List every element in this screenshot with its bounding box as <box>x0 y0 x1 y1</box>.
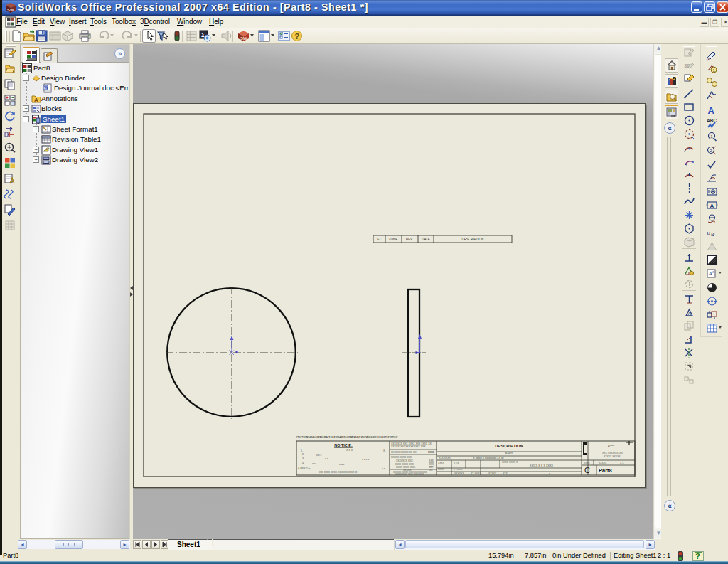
svg-text:2.: 2. <box>302 453 304 456</box>
svg-text:x x x x: x x x x <box>362 458 369 461</box>
svg-text:X xxxxx X xxxxxxxxx XX xx: X xxxxx X xxxxxxxxx XX xx <box>473 457 504 459</box>
svg-text:xxxx: xxxx <box>339 463 344 466</box>
svg-text:E1: E1 <box>377 238 381 241</box>
svg-text:A: A <box>710 203 714 209</box>
svg-text:x x: x x <box>325 457 328 460</box>
svg-text:SW: SW <box>7 8 14 12</box>
svg-text:XXXXXXXXXXXXXXXXXX XXX: XXXXXXXXXXXXXXXXXX XXX <box>391 445 426 448</box>
svg-text:Part8: Part8 <box>599 467 612 474</box>
svg-text:XXXXXXX XXX:: XXXXXXX XXX: <box>396 459 414 462</box>
svg-text:1: 1 <box>710 134 713 139</box>
svg-text:XXX: XXX <box>503 472 508 475</box>
svg-text:XXXXX: XXXXX <box>599 462 607 464</box>
svg-text:X XXX X X X XXXX: X XXX X X X XXXX <box>530 464 554 467</box>
svg-text:XX XXXX: XX XXXX <box>471 472 481 475</box>
svg-text:W: W <box>44 85 48 90</box>
svg-text:A: A <box>34 97 38 103</box>
svg-text:X X X: X X X <box>346 449 353 452</box>
svg-text:x x x x x: x x x x x <box>454 468 463 471</box>
svg-text:XX XXX XXX XXXXX XXX X: XX XXX XXX XXXXX XXX X <box>319 470 358 474</box>
svg-text:SW: SW <box>240 36 247 41</box>
svg-text:A PPR O x: A PPR O x <box>298 467 310 470</box>
svg-text:XXX XXXX: XXX XXXX <box>439 457 451 459</box>
svg-text:REV.: REV. <box>406 238 413 241</box>
svg-text:?: ? <box>695 552 700 560</box>
svg-text:x x x: x x x <box>454 462 459 464</box>
svg-text:DATE: DATE <box>422 238 430 241</box>
svg-text:1.: 1. <box>301 449 303 452</box>
svg-text:PROPRIETARY AND CONFIDENTIAL: PROPRIETARY AND CONFIDENTIAL THE INFORMA… <box>296 435 399 439</box>
svg-text:XXXX: XXXX <box>438 468 445 471</box>
svg-text:PART: PART <box>505 452 513 455</box>
svg-text:XXXXX: XXXXX <box>488 472 497 475</box>
svg-text:x x: x x <box>312 462 316 465</box>
svg-text:2: 2 <box>710 149 712 153</box>
svg-text:?: ? <box>295 32 300 41</box>
svg-text:A: A <box>708 105 715 116</box>
svg-text:3.: 3. <box>302 457 304 460</box>
svg-text:XXXXXXXX XXX XXX XXX: XXXXXXXX XXX XXX XXX <box>395 473 424 476</box>
svg-text:XXXX: XXXX <box>584 462 590 464</box>
svg-text:DESCRIPTION: DESCRIPTION <box>462 238 484 241</box>
svg-text:ZONE: ZONE <box>389 238 398 241</box>
svg-text:XXXXXX: XXXXXX <box>454 472 464 475</box>
svg-text:x x: x x <box>382 467 385 470</box>
svg-text:XX: XX <box>429 469 433 472</box>
svg-text:XXXXX XXXX XXX:: XXXXX XXXX XXX: <box>391 456 412 459</box>
svg-text:XXXX XXXX X: XXXX XXXX X <box>502 461 518 464</box>
svg-text:x x x: x x x <box>316 454 322 457</box>
svg-text:A: A <box>688 311 692 316</box>
svg-text:XXX XXXXX XXXX: XXX XXXXX XXXX <box>602 452 623 454</box>
svg-text:ABC: ABC <box>707 118 717 123</box>
svg-text:4.: 4. <box>302 462 304 464</box>
svg-text:X X: X X <box>620 462 624 464</box>
svg-text:XXXX: XXXX <box>428 451 435 454</box>
svg-text:XX XXX XXXXX XX XX: XX XXX XXXXX XX XX <box>391 451 417 454</box>
svg-text:XXXXX XXXXX: XXXXX XXXXX <box>604 455 621 458</box>
svg-text:ø: ø <box>711 230 715 238</box>
svg-text:x: x <box>549 472 550 475</box>
svg-text:X.: X. <box>383 449 385 452</box>
svg-text:XXX: XXX <box>429 459 434 462</box>
svg-text:x──: x── <box>608 444 615 447</box>
svg-text:C: C <box>584 466 590 474</box>
svg-text:u: u <box>707 230 710 236</box>
svg-text:DESCRIPTION: DESCRIPTION <box>495 444 523 448</box>
svg-text:NO TIC E:: NO TIC E: <box>334 443 353 447</box>
svg-text:A°: A° <box>709 271 714 276</box>
svg-text:XXXX: XXXX <box>438 462 445 464</box>
